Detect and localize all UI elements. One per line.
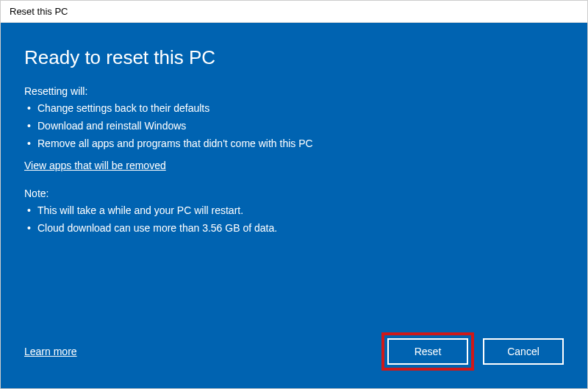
cancel-button[interactable]: Cancel — [483, 338, 564, 365]
window-title: Reset this PC — [10, 6, 68, 17]
view-apps-link[interactable]: View apps that will be removed — [24, 160, 564, 171]
dialog-content: Ready to reset this PC Resetting will: C… — [1, 23, 587, 388]
resetting-bullets: Change settings back to their defaults D… — [24, 100, 564, 152]
window-titlebar: Reset this PC — [1, 1, 587, 23]
resetting-bullet: Change settings back to their defaults — [24, 100, 564, 118]
dialog-heading: Ready to reset this PC — [24, 46, 564, 69]
dialog-buttons: Reset Cancel — [381, 332, 564, 371]
learn-more-link[interactable]: Learn more — [24, 346, 77, 357]
resetting-label: Resetting will: — [24, 85, 564, 97]
note-bullets: This will take a while and your PC will … — [24, 202, 564, 238]
note-label: Note: — [24, 188, 564, 199]
note-bullet: Cloud download can use more than 3.56 GB… — [24, 220, 564, 238]
resetting-bullet: Download and reinstall Windows — [24, 118, 564, 135]
reset-highlight-box: Reset — [381, 332, 474, 371]
reset-button[interactable]: Reset — [387, 338, 468, 365]
resetting-bullet: Remove all apps and programs that didn't… — [24, 135, 564, 153]
note-bullet: This will take a while and your PC will … — [24, 202, 564, 220]
dialog-footer: Learn more Reset Cancel — [24, 332, 564, 371]
